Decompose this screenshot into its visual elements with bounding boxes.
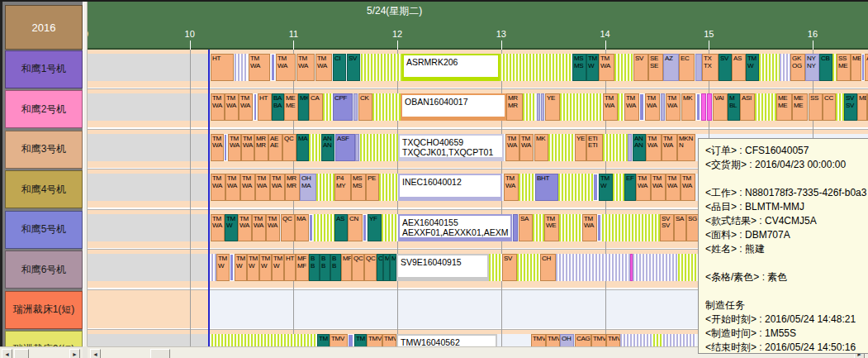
scrollbar-thumb[interactable] [150,349,170,358]
task-block[interactable]: TMV [531,334,546,346]
scrollbar-thumb[interactable] [14,349,29,358]
task-block[interactable]: TMV [546,334,560,346]
task-block[interactable]: SV SV [844,93,857,121]
task-block[interactable]: AS [334,214,348,241]
task-block[interactable] [348,334,353,346]
task-block[interactable]: P4 MY [334,174,351,201]
task-block[interactable]: TM WA [666,174,681,201]
task-block[interactable]: TM WA [225,174,240,201]
task-block[interactable]: TM WA [249,54,270,81]
task-block[interactable] [519,174,535,201]
task-block[interactable] [379,174,398,201]
task-block[interactable] [593,174,598,201]
selected-order-block[interactable]: INEC16040012 [398,174,502,201]
task-block[interactable]: TM WA [239,93,253,121]
task-block[interactable]: TMV [330,334,348,346]
task-block[interactable]: HT [258,93,272,121]
task-block[interactable]: TX TX [702,54,719,81]
task-block[interactable] [235,54,248,81]
task-block[interactable]: SA [519,214,533,241]
task-block[interactable] [614,54,633,81]
task-block[interactable]: MF MF [296,254,309,281]
task-block[interactable]: MK [534,134,548,161]
task-block[interactable] [548,134,575,161]
task-block[interactable]: B B [309,254,320,281]
task-block[interactable]: M [390,254,396,281]
task-block[interactable]: MB [857,93,867,121]
task-block[interactable]: TM WA [241,134,254,161]
task-block[interactable]: SV [633,54,648,81]
task-block[interactable] [678,254,698,281]
task-block[interactable]: AN AN [633,134,646,161]
selected-order-block[interactable]: TXQCHO40659 TXQCJK01,TXQCPT01 [398,134,504,161]
task-block[interactable] [780,54,790,81]
task-block[interactable] [701,93,706,121]
machine-label[interactable]: 和鹰4号机 [5,170,83,208]
task-block[interactable]: CAG [575,334,591,346]
task-block[interactable]: MS MS [351,174,366,201]
task-block[interactable]: CPF [333,93,353,121]
task-block[interactable] [316,174,334,201]
task-block[interactable]: AE AE [268,134,282,161]
selected-order-block[interactable]: TMW16040562 [396,334,497,346]
task-block[interactable]: CN [348,214,363,241]
machine-label[interactable]: 瑞洲裁床1(短) [5,291,83,329]
task-block[interactable] [613,174,624,201]
task-block[interactable] [323,93,333,121]
task-block[interactable]: TM WA [228,134,241,161]
task-block[interactable] [696,93,700,121]
task-block[interactable]: CK [358,93,372,121]
task-block[interactable] [663,334,696,346]
task-block[interactable] [620,334,653,346]
task-block[interactable]: MA [296,134,309,161]
selected-order-block[interactable]: OBAN16040017 [401,93,506,121]
task-block[interactable] [363,214,367,241]
task-block[interactable] [254,93,257,121]
task-block[interactable] [695,54,702,81]
task-block[interactable]: B B [320,254,330,281]
task-block[interactable] [360,134,398,161]
task-block[interactable]: TM WA [211,93,225,121]
task-block[interactable]: AN AN [321,134,334,161]
scroll-left-icon[interactable]: ◄ [90,349,101,358]
task-block[interactable]: TM [354,334,367,346]
task-block[interactable]: ETI ETI [586,134,603,161]
task-block[interactable]: NY NY [805,54,819,81]
task-block[interactable]: YF [368,214,382,241]
task-block[interactable]: QC [281,214,295,241]
task-block[interactable]: CH [540,254,556,281]
task-block[interactable]: HT [284,254,296,281]
task-block[interactable]: TM WA [211,174,225,201]
task-block[interactable]: AS [732,54,746,81]
task-block[interactable]: SA [674,214,686,241]
task-block[interactable] [517,254,540,281]
task-block[interactable]: CA [309,93,323,121]
task-block[interactable]: MKN N [677,134,695,161]
task-block[interactable]: TM WA [270,174,285,201]
scroll-left-icon[interactable]: ◄ [2,349,12,358]
task-block[interactable] [707,93,712,121]
task-block[interactable]: QC [364,254,377,281]
task-block[interactable] [208,334,317,346]
task-block[interactable]: TM WA [276,54,296,81]
task-block[interactable]: SV [719,54,732,81]
task-block[interactable] [559,214,582,241]
task-block[interactable]: TMV [367,334,382,346]
task-block[interactable] [628,134,632,161]
task-block[interactable] [558,174,593,201]
task-block[interactable] [836,93,844,121]
task-block[interactable] [382,214,398,241]
task-block[interactable]: MS MS [572,54,586,81]
task-block[interactable]: MF [341,254,352,281]
task-block[interactable] [372,93,401,121]
task-block[interactable] [759,54,780,81]
task-block[interactable]: TM WA [645,93,660,121]
selected-order-block[interactable]: ASRMRK206 [402,54,500,81]
task-block[interactable]: AZ [663,54,679,81]
task-block[interactable] [271,54,275,81]
task-block[interactable]: TMV [591,334,606,346]
task-block[interactable]: BHT [535,174,558,201]
task-block[interactable]: TM WA [681,174,695,201]
task-block[interactable] [633,254,678,281]
task-block[interactable] [523,93,536,121]
